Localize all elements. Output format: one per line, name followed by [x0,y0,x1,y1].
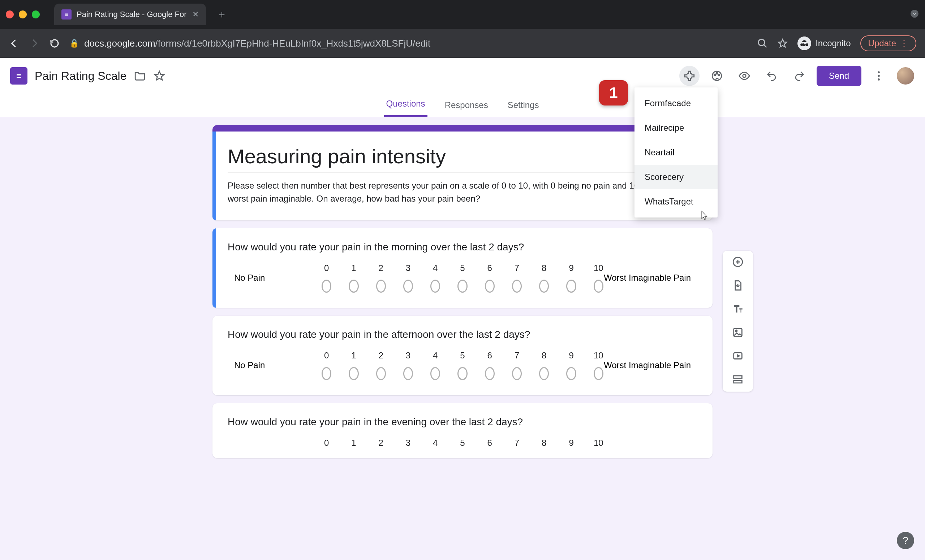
update-label: Update [868,38,896,48]
incognito-label: Incognito [815,38,851,48]
account-avatar[interactable] [896,66,915,85]
undo-icon[interactable] [762,66,782,86]
new-tab-button[interactable]: ＋ [217,8,227,21]
question-title[interactable]: How would you rate your pain in the afte… [227,329,698,340]
address-field[interactable]: 🔒 docs.google.com/forms/d/1e0rbbXgI7EpHh… [69,38,747,49]
form-title[interactable]: Measuring pain intensity [227,145,698,168]
url-host: docs.google.com [84,38,155,49]
tab-settings[interactable]: Settings [506,100,541,117]
scale-radio[interactable] [349,367,359,380]
scale-radio[interactable] [512,280,522,293]
addon-item[interactable]: Mailrecipe [634,116,718,140]
scale-number-labels: 0 1 2 3 4 5 6 7 8 9 10 [322,263,603,273]
send-button[interactable]: Send [817,66,862,86]
close-tab-icon[interactable]: ✕ [192,10,199,19]
scale-radio[interactable] [594,280,603,293]
forms-favicon-icon: ≡ [62,9,72,20]
browser-addressbar: 🔒 docs.google.com/forms/d/1e0rbbXgI7EpHh… [0,29,925,58]
star-icon[interactable] [153,70,166,82]
question-title[interactable]: How would you rate your pain in the morn… [227,241,698,253]
scale-radio[interactable] [322,367,331,380]
close-window-button[interactable] [6,11,14,18]
svg-point-9 [878,78,880,81]
url-path: /forms/d/1e0rbbXgI7EpHhd-HEuLbInf0x_Hxds… [155,38,431,49]
chrome-menu-icon[interactable]: ⋮ [900,38,908,48]
scale-radio[interactable] [322,280,331,293]
tabs-overflow-icon[interactable] [910,9,919,20]
form-name[interactable]: Pain Rating Scale [35,69,127,83]
help-button[interactable]: ? [897,532,914,549]
bookmark-star-icon[interactable] [777,38,788,49]
back-button[interactable] [9,38,20,49]
update-button[interactable]: Update ⋮ [860,35,916,51]
scale-radio[interactable] [566,367,576,380]
scale-radio[interactable] [376,280,386,293]
scale-radio[interactable] [512,367,522,380]
scale-number-labels: 0 1 2 3 4 5 6 7 8 9 10 [322,351,603,361]
linear-scale: 0 1 2 3 4 5 6 7 8 9 10 [227,263,698,293]
scale-radio[interactable] [349,280,359,293]
move-to-folder-icon[interactable] [134,70,146,82]
scale-radio[interactable] [485,367,495,380]
forward-button[interactable] [29,38,40,49]
minimize-window-button[interactable] [19,11,27,18]
linear-scale: 0 1 2 3 4 5 6 7 8 9 10 [227,351,698,380]
redo-icon[interactable] [789,66,809,86]
step-badge: 1 [599,80,628,105]
add-title-icon[interactable] [732,303,744,316]
scale-radio[interactable] [594,367,603,380]
scale-radio[interactable] [430,280,440,293]
send-label: Send [829,71,849,81]
maximize-window-button[interactable] [32,11,40,18]
svg-point-1 [758,39,765,46]
preview-icon[interactable] [734,66,755,86]
svg-point-0 [911,10,919,18]
addon-item[interactable]: Formfacade [634,91,718,116]
question-card[interactable]: How would you rate your pain in the morn… [212,228,713,308]
add-section-icon[interactable] [732,373,744,387]
scale-radio[interactable] [458,367,467,380]
scale-radio[interactable] [376,367,386,380]
forms-logo-icon[interactable]: ≡ [10,67,27,84]
mac-window-controls [6,11,40,18]
tab-questions[interactable]: Questions [384,99,428,117]
question-card[interactable]: How would you rate your pain in the afte… [212,316,713,395]
add-video-icon[interactable] [732,350,744,363]
scale-radio[interactable] [539,367,549,380]
search-icon[interactable] [757,38,768,49]
reload-button[interactable] [49,38,60,49]
linear-scale: 0 1 2 3 4 5 6 7 8 9 10 [227,438,698,448]
scale-radios [322,367,603,380]
scale-radio[interactable] [430,367,440,380]
add-question-icon[interactable] [732,256,744,269]
scale-radio[interactable] [485,280,495,293]
addons-button[interactable] [679,66,699,86]
scale-right-label: Worst Imaginable Pain [604,360,691,370]
scale-radio[interactable] [566,280,576,293]
svg-point-4 [716,72,718,74]
svg-point-7 [878,71,880,73]
scale-left-label: No Pain [234,273,265,283]
tab-responses[interactable]: Responses [443,100,490,117]
addon-item[interactable]: Neartail [634,140,718,165]
customize-theme-icon[interactable] [707,66,727,86]
svg-rect-15 [734,381,742,383]
svg-point-12 [736,330,737,332]
scale-number-labels: 0 1 2 3 4 5 6 7 8 9 10 [322,438,603,448]
scale-radio[interactable] [539,280,549,293]
import-questions-icon[interactable] [732,279,744,293]
more-menu-icon[interactable] [869,66,889,86]
svg-rect-14 [734,376,742,378]
form-description[interactable]: Please select then number that best repr… [227,179,698,205]
scale-radio[interactable] [458,280,467,293]
scale-radio[interactable] [403,367,413,380]
addon-item[interactable]: Scorecery [634,165,718,189]
question-card[interactable]: How would you rate your pain in the even… [212,403,713,458]
question-title[interactable]: How would you rate your pain in the even… [227,416,698,428]
forms-header: ≡ Pain Rating Scale [0,58,925,94]
forms-tabs: Questions Responses Settings [0,94,925,117]
scale-radio[interactable] [403,280,413,293]
add-image-icon[interactable] [732,326,744,340]
incognito-icon [797,36,811,50]
browser-tab[interactable]: ≡ Pain Rating Scale - Google For ✕ [54,4,206,25]
